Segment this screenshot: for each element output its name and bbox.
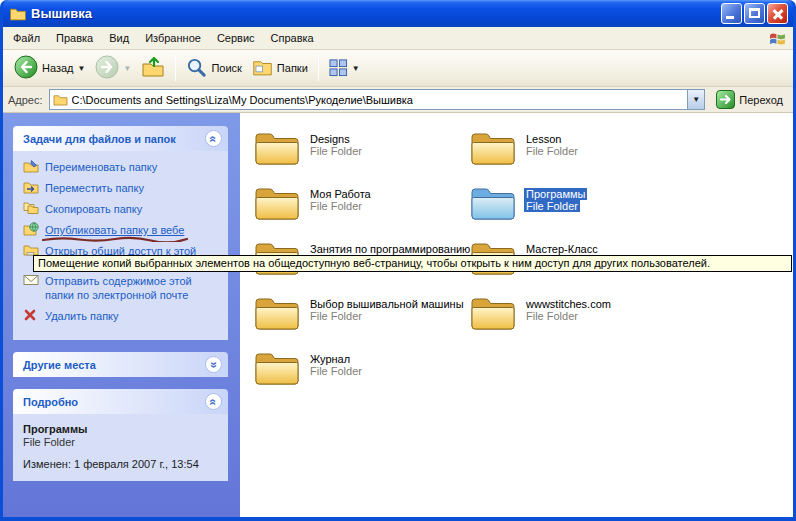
window-folder-icon — [9, 6, 27, 22]
file-tile-zhurnal[interactable]: ЖурналFile Folder — [254, 350, 470, 405]
file-tile-moya-rabota[interactable]: Моя РаботаFile Folder — [254, 185, 470, 240]
titlebar[interactable]: Вышивка — [3, 0, 793, 27]
task-delete-folder[interactable]: Удалить папку — [23, 309, 222, 323]
section-title: Другие места — [23, 359, 96, 371]
menu-file[interactable]: Файл — [5, 29, 48, 47]
address-label: Адрес: — [8, 94, 43, 106]
red-underline-mark — [41, 236, 189, 242]
menubar: Файл Правка Вид Избранное Сервис Справка — [3, 27, 793, 50]
windows-logo-icon — [769, 31, 789, 46]
email-folder-icon — [23, 273, 39, 302]
menu-help[interactable]: Справка — [263, 29, 322, 47]
go-arrow-icon — [716, 90, 735, 109]
views-dropdown-icon[interactable]: ▼ — [352, 64, 360, 73]
forward-button[interactable]: ▼ — [90, 52, 136, 84]
details-type: File Folder — [23, 436, 222, 449]
section-header-other-places[interactable]: Другие места « — [13, 352, 228, 377]
task-move-folder[interactable]: Переместить папку — [23, 181, 222, 195]
section-other-places: Другие места « — [13, 352, 228, 377]
search-label: Поиск — [211, 62, 241, 74]
delete-icon — [23, 308, 39, 323]
collapse-chevron-up-icon[interactable]: « — [205, 393, 222, 410]
menu-view[interactable]: Вид — [101, 29, 137, 47]
menu-edit[interactable]: Правка — [48, 29, 101, 47]
back-label: Назад — [42, 62, 74, 74]
section-file-tasks: Задачи для файлов и папок « Переимено — [13, 126, 228, 340]
window-title: Вышивка — [31, 6, 719, 21]
forward-arrow-icon — [95, 55, 119, 81]
toolbar-separator — [175, 55, 176, 81]
forward-dropdown-icon: ▼ — [123, 64, 131, 73]
folder-icon — [470, 295, 516, 331]
file-tile-lesson[interactable]: LessonFile Folder — [470, 130, 686, 185]
back-button[interactable]: Назад ▼ — [9, 52, 90, 84]
back-arrow-icon — [14, 55, 38, 81]
copy-folder-icon — [23, 201, 39, 216]
tooltip: Помещение копий выбранных элементов на о… — [33, 255, 792, 272]
close-button[interactable] — [767, 3, 788, 24]
minimize-button[interactable] — [721, 3, 742, 24]
section-header-details[interactable]: Подробно « — [13, 389, 228, 414]
folders-button[interactable]: Папки — [247, 54, 313, 82]
task-pane: Задачи для файлов и папок « Переимено — [3, 113, 240, 517]
folder-icon — [254, 295, 300, 331]
folders-label: Папки — [277, 62, 308, 74]
address-folder-icon — [53, 93, 68, 106]
up-button[interactable] — [136, 52, 170, 84]
folder-icon-selected — [470, 185, 516, 221]
file-tile-vybor-mashiny[interactable]: Выбор вышивальной машиныFile Folder — [254, 295, 470, 350]
task-publish-folder-web[interactable]: Опубликовать папку в вебе — [23, 223, 222, 237]
folders-icon — [252, 57, 273, 79]
task-email-folder[interactable]: Отправить содержимое этой папки по элект… — [23, 274, 222, 302]
folder-icon — [470, 130, 516, 166]
go-button[interactable]: Переход — [711, 88, 788, 111]
publish-web-icon — [23, 222, 39, 237]
folder-icon — [254, 130, 300, 166]
file-tile-wwwstitches[interactable]: wwwstitches.comFile Folder — [470, 295, 686, 350]
task-copy-folder[interactable]: Скопировать папку — [23, 202, 222, 216]
search-icon — [186, 57, 207, 80]
address-path: C:\Documents and Settings\Liza\My Docume… — [72, 94, 688, 106]
rename-folder-icon — [23, 159, 39, 174]
expand-chevron-down-icon[interactable]: « — [205, 356, 222, 373]
file-tile-programmy-selected[interactable]: ПрограммыFile Folder — [470, 185, 686, 240]
task-rename-folder[interactable]: Переименовать папку — [23, 160, 222, 174]
address-bar: Адрес: C:\Documents and Settings\Liza\My… — [3, 87, 793, 113]
file-list: DesignsFile Folder LessonFile Folder Моя… — [240, 113, 793, 517]
maximize-button[interactable] — [744, 3, 765, 24]
back-dropdown-icon[interactable]: ▼ — [78, 64, 86, 73]
move-folder-icon — [23, 180, 39, 195]
collapse-chevron-up-icon[interactable]: « — [205, 130, 222, 147]
up-folder-icon — [141, 55, 165, 81]
go-label: Переход — [739, 94, 783, 106]
folder-icon — [254, 350, 300, 386]
section-header-file-tasks[interactable]: Задачи для файлов и папок « — [13, 126, 228, 151]
toolbar-separator — [318, 55, 319, 81]
folder-icon — [254, 185, 300, 221]
section-title: Подробно — [23, 396, 78, 408]
toolbar: Назад ▼ ▼ — [3, 50, 793, 87]
address-combo[interactable]: C:\Documents and Settings\Liza\My Docume… — [49, 89, 706, 110]
section-details: Подробно « Программы File Folder Изменен… — [13, 389, 228, 481]
address-dropdown-button[interactable]: ▼ — [687, 90, 704, 109]
views-button[interactable]: ▼ — [324, 55, 365, 82]
menu-tools[interactable]: Сервис — [209, 29, 263, 47]
details-modified: Изменен: 1 февраля 2007 г., 13:54 — [23, 458, 222, 471]
search-button[interactable]: Поиск — [181, 54, 246, 83]
section-title: Задачи для файлов и папок — [23, 133, 176, 145]
views-grid-icon — [329, 58, 348, 79]
file-tile-designs[interactable]: DesignsFile Folder — [254, 130, 470, 185]
details-name: Программы — [23, 423, 222, 436]
menu-favorites[interactable]: Избранное — [137, 29, 209, 47]
explorer-window: Вышивка Файл Правка Вид Избранное Сервис… — [0, 0, 796, 521]
